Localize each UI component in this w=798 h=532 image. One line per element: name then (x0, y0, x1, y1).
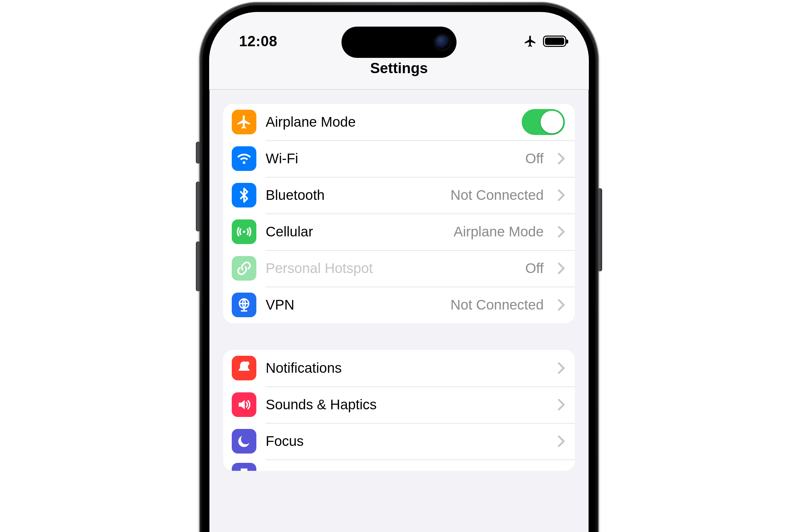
row-personal-hotspot[interactable]: Personal Hotspot Off (223, 250, 575, 287)
dynamic-island (341, 26, 457, 58)
chevron-right-icon (557, 225, 565, 238)
row-label: Cellular (266, 224, 313, 240)
row-detail: Airplane Mode (454, 224, 544, 240)
row-focus[interactable]: Focus (223, 423, 575, 459)
cellular-icon (232, 220, 256, 244)
row-detail: Not Connected (451, 187, 544, 203)
row-sounds-haptics[interactable]: Sounds & Haptics (223, 386, 575, 423)
airplane-mode-status-icon (524, 35, 537, 48)
chevron-right-icon (557, 189, 565, 202)
row-label: Personal Hotspot (266, 260, 373, 276)
chevron-right-icon (557, 299, 565, 311)
moon-icon (232, 429, 256, 454)
row-bluetooth[interactable]: Bluetooth Not Connected (223, 177, 575, 213)
phone-frame: 12:08 Settings (199, 2, 599, 532)
speaker-icon (232, 392, 256, 417)
svg-point-0 (243, 230, 245, 233)
row-cellular[interactable]: Cellular Airplane Mode (223, 213, 575, 250)
svg-point-2 (245, 361, 249, 365)
chevron-right-icon (557, 362, 565, 374)
row-label: Bluetooth (266, 187, 324, 203)
chevron-right-icon (557, 435, 565, 448)
page-title: Settings (209, 60, 589, 76)
battery-icon (543, 36, 566, 47)
row-vpn[interactable]: VPN Not Connected (223, 287, 575, 323)
row-label: Wi-Fi (266, 151, 298, 167)
wifi-icon (232, 146, 256, 171)
row-detail: Not Connected (451, 297, 544, 313)
row-label: Sounds & Haptics (266, 397, 377, 413)
chevron-right-icon (557, 398, 565, 411)
volume-up-button (196, 182, 201, 231)
volume-down-button (196, 241, 201, 291)
settings-group-connectivity: Airplane Mode Wi-Fi Off (223, 104, 575, 323)
row-label: Airplane Mode (266, 114, 356, 130)
airplane-mode-switch[interactable] (522, 109, 565, 135)
airplane-icon (232, 110, 256, 134)
row-notifications[interactable]: Notifications (223, 350, 575, 386)
bluetooth-icon (232, 183, 256, 208)
front-camera (435, 35, 449, 49)
settings-group-alerts: Notifications Sounds & Haptics (223, 350, 575, 471)
chevron-right-icon (557, 262, 565, 274)
ringer-switch (196, 141, 201, 164)
row-detail: Off (525, 260, 544, 276)
chevron-right-icon (557, 152, 565, 165)
link-icon (232, 256, 256, 281)
settings-list[interactable]: Airplane Mode Wi-Fi Off (209, 90, 589, 471)
row-label: Notifications (266, 360, 342, 376)
row-screen-time-peek[interactable] (223, 459, 575, 471)
row-detail: Off (525, 151, 544, 167)
hourglass-icon (232, 463, 256, 471)
globe-icon (232, 292, 256, 317)
status-time: 12:08 (239, 33, 277, 50)
screen: 12:08 Settings (209, 12, 589, 532)
row-wifi[interactable]: Wi-Fi Off (223, 140, 575, 177)
row-airplane-mode[interactable]: Airplane Mode (223, 104, 575, 140)
nav-bar: Settings (209, 58, 589, 90)
power-button (597, 188, 602, 271)
row-label: VPN (266, 297, 294, 313)
row-label: Focus (266, 433, 304, 449)
bell-icon (232, 356, 256, 380)
